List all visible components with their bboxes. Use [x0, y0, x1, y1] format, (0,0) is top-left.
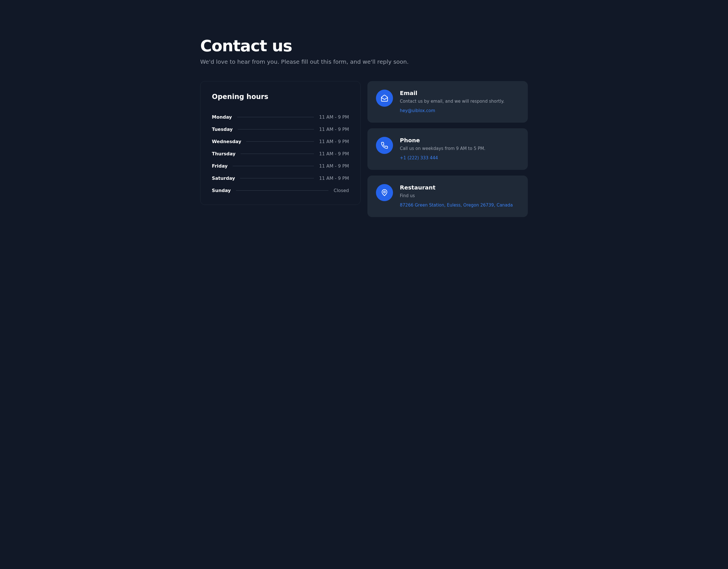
- hours-row: SundayClosed: [212, 188, 349, 193]
- hours-time: 11 AM - 9 PM: [319, 151, 349, 156]
- hours-day: Wednesday: [212, 139, 241, 144]
- hours-day: Friday: [212, 163, 227, 169]
- email-icon: [376, 90, 393, 107]
- hours-time: Closed: [334, 188, 349, 193]
- hours-row: Friday11 AM - 9 PM: [212, 163, 349, 169]
- contact-card-desc: Contact us by email, and we will respond…: [400, 99, 519, 104]
- hours-day: Tuesday: [212, 127, 233, 132]
- hours-time: 11 AM - 9 PM: [319, 139, 349, 144]
- hours-day: Sunday: [212, 188, 231, 193]
- opening-hours-title: Opening hours: [212, 93, 349, 101]
- contact-card-title: Restaurant: [400, 184, 519, 191]
- hours-time: 11 AM - 9 PM: [319, 163, 349, 169]
- hours-separator: [233, 166, 314, 166]
- hours-day: Monday: [212, 114, 232, 120]
- hours-day: Thursday: [212, 151, 235, 156]
- hours-row: Tuesday11 AM - 9 PM: [212, 127, 349, 132]
- hours-separator: [238, 129, 314, 129]
- contact-card: RestaurantFind us87266 Green Station, Eu…: [367, 175, 528, 217]
- page-title: Contact us: [200, 36, 528, 55]
- phone-icon: [376, 137, 393, 154]
- contact-card-desc: Find us: [400, 193, 519, 198]
- contact-card-title: Email: [400, 90, 519, 96]
- hours-row: Saturday11 AM - 9 PM: [212, 175, 349, 181]
- opening-hours-panel: Opening hours Monday11 AM - 9 PMTuesday1…: [200, 81, 361, 205]
- hours-row: Monday11 AM - 9 PM: [212, 114, 349, 120]
- contact-card-link[interactable]: 87266 Green Station, Euless, Oregon 2673…: [400, 202, 519, 208]
- hours-row: Thursday11 AM - 9 PM: [212, 151, 349, 156]
- map-pin-icon: [376, 184, 393, 201]
- hours-row: Wednesday11 AM - 9 PM: [212, 139, 349, 144]
- contact-card: PhoneCall us on weekdays from 9 AM to 5 …: [367, 128, 528, 170]
- hours-separator: [240, 178, 314, 178]
- contact-card-desc: Call us on weekdays from 9 AM to 5 PM.: [400, 146, 519, 151]
- contact-card: EmailContact us by email, and we will re…: [367, 81, 528, 123]
- hours-separator: [236, 190, 329, 191]
- hours-time: 11 AM - 9 PM: [319, 175, 349, 181]
- contact-card-link[interactable]: hey@uiblox.com: [400, 107, 519, 114]
- hours-separator: [246, 141, 314, 142]
- page-subtitle: We'd love to hear from you. Please fill …: [200, 58, 528, 65]
- contact-card-title: Phone: [400, 137, 519, 144]
- svg-point-0: [384, 191, 386, 193]
- hours-time: 11 AM - 9 PM: [319, 127, 349, 132]
- hours-day: Saturday: [212, 175, 235, 181]
- hours-time: 11 AM - 9 PM: [319, 114, 349, 120]
- contact-card-link[interactable]: +1 (222) 333 444: [400, 154, 519, 161]
